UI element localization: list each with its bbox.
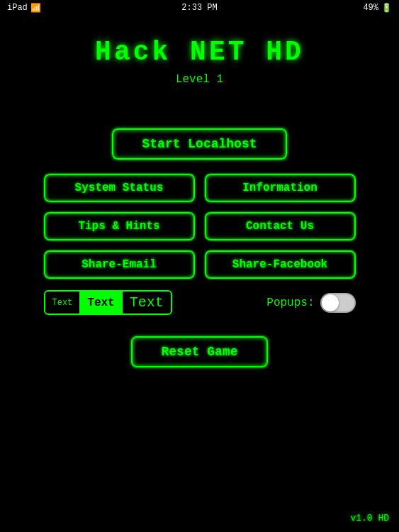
text-size-options: Text Text Text xyxy=(44,290,172,315)
text-size-medium[interactable]: Text xyxy=(80,292,122,314)
popups-label: Popups: xyxy=(266,297,314,309)
popups-toggle[interactable] xyxy=(320,293,356,313)
text-size-large[interactable]: Text xyxy=(123,292,171,314)
share-email-button[interactable]: Share-Email xyxy=(44,250,195,279)
status-bar: iPad 📶 2:33 PM 49% 🔋 xyxy=(0,0,399,16)
toggle-knob xyxy=(322,294,339,311)
version-label: v1.0 HD xyxy=(350,513,389,523)
grid-buttons: System Status Information Tips & Hints C… xyxy=(44,174,356,279)
wifi-icon: 📶 xyxy=(30,3,41,13)
system-status-button[interactable]: System Status xyxy=(44,174,195,202)
share-facebook-button[interactable]: Share-Facebook xyxy=(205,250,356,279)
status-time: 2:33 PM xyxy=(181,3,217,13)
information-button[interactable]: Information xyxy=(205,174,356,202)
status-left: iPad 📶 xyxy=(7,3,41,13)
contact-us-button[interactable]: Contact Us xyxy=(205,212,356,240)
app-title: Hack NET HD xyxy=(95,37,304,67)
status-right: 49% 🔋 xyxy=(363,3,392,13)
battery-icon: 🔋 xyxy=(381,3,392,13)
main-content: Hack NET HD Level 1 Start Localhost Syst… xyxy=(0,16,399,382)
device-label: iPad xyxy=(7,3,28,13)
level-label: Level 1 xyxy=(176,73,223,86)
start-localhost-button[interactable]: Start Localhost xyxy=(112,128,286,160)
reset-game-button[interactable]: Reset Game xyxy=(131,336,267,367)
popups-row: Popups: xyxy=(266,293,355,313)
battery-percent: 49% xyxy=(363,3,378,13)
tips-hints-button[interactable]: Tips & Hints xyxy=(44,212,195,240)
text-size-small[interactable]: Text xyxy=(45,292,81,314)
text-size-row: Text Text Text Popups: xyxy=(44,290,356,315)
